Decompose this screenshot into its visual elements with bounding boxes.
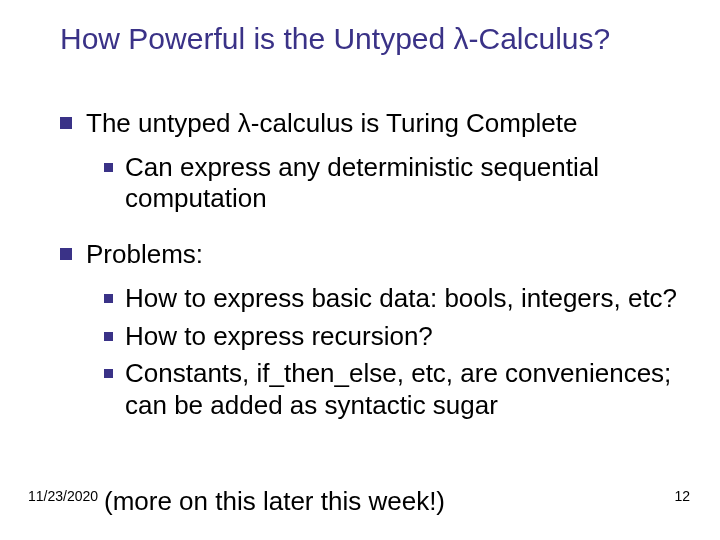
spacer (60, 221, 680, 239)
slide-title: How Powerful is the Untyped λ-Calculus? (60, 22, 680, 57)
square-bullet-icon (104, 332, 113, 341)
square-bullet-icon (104, 294, 113, 303)
bullet-level1: Problems: (60, 239, 680, 271)
square-bullet-icon (104, 163, 113, 172)
bullet-text: Problems: (86, 239, 680, 271)
square-bullet-icon (60, 117, 72, 129)
bullet-text: The untyped λ-calculus is Turing Complet… (86, 108, 680, 140)
bullet-level2: Can express any deterministic sequential… (104, 152, 680, 215)
bullet-text: How to express basic data: bools, intege… (125, 283, 680, 315)
bullet-level2: Constants, if_then_else, etc, are conven… (104, 358, 680, 421)
square-bullet-icon (104, 369, 113, 378)
bullet-level2: How to express basic data: bools, intege… (104, 283, 680, 315)
bullet-text: Can express any deterministic sequential… (125, 152, 680, 215)
slide-body: The untyped λ-calculus is Turing Complet… (60, 108, 680, 428)
footer-page-number: 12 (674, 488, 690, 504)
closing-line: (more on this later this week!) (104, 486, 680, 518)
square-bullet-icon (60, 248, 72, 260)
bullet-level2: How to express recursion? (104, 321, 680, 353)
bullet-text: Constants, if_then_else, etc, are conven… (125, 358, 680, 421)
bullet-level1: The untyped λ-calculus is Turing Complet… (60, 108, 680, 140)
footer-date: 11/23/2020 (28, 488, 98, 504)
bullet-text: How to express recursion? (125, 321, 680, 353)
slide: How Powerful is the Untyped λ-Calculus? … (0, 0, 720, 540)
